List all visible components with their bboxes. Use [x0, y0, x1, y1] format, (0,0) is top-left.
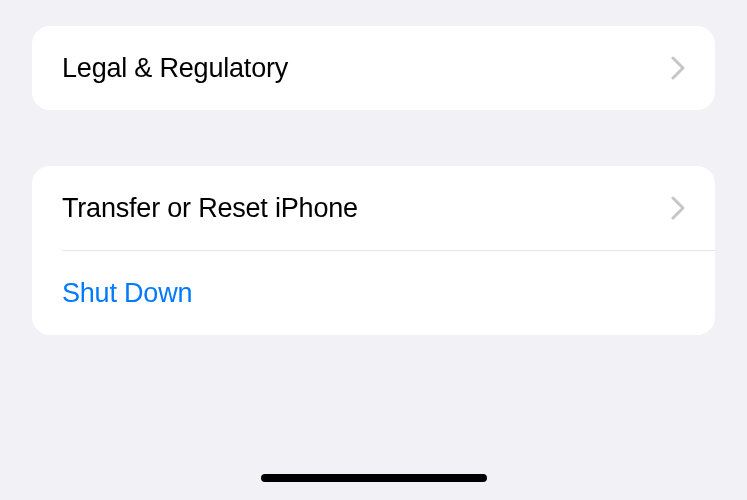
- transfer-reset-row[interactable]: Transfer or Reset iPhone: [32, 166, 715, 250]
- settings-list: Legal & Regulatory Transfer or Reset iPh…: [0, 0, 747, 335]
- legal-regulatory-row[interactable]: Legal & Regulatory: [32, 26, 715, 110]
- row-label: Shut Down: [62, 278, 192, 309]
- settings-group-system: Transfer or Reset iPhone Shut Down: [32, 166, 715, 335]
- chevron-right-icon: [671, 56, 685, 80]
- shut-down-row[interactable]: Shut Down: [32, 251, 715, 335]
- chevron-right-icon: [671, 196, 685, 220]
- row-label: Legal & Regulatory: [62, 53, 288, 84]
- settings-group-legal: Legal & Regulatory: [32, 26, 715, 110]
- row-label: Transfer or Reset iPhone: [62, 193, 358, 224]
- home-indicator[interactable]: [261, 474, 487, 482]
